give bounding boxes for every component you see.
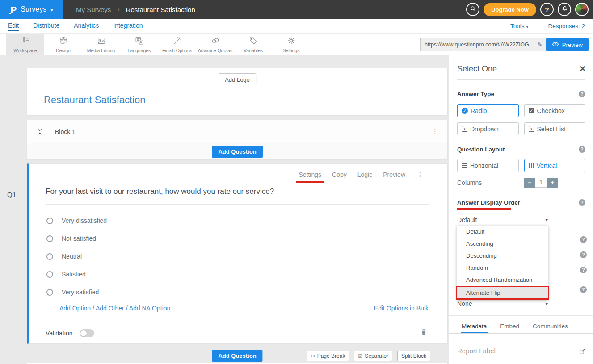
radio-icon[interactable] (46, 271, 53, 278)
radio-icon[interactable] (46, 235, 53, 242)
option-label[interactable]: Very satisfied (62, 289, 99, 296)
layout-vertical[interactable]: Vertical (524, 159, 586, 172)
tool-languages[interactable]: Languages (120, 34, 158, 55)
page-break-button[interactable]: ✂ Page Break (307, 351, 349, 361)
collapse-block-icon[interactable] (36, 128, 43, 135)
survey-title[interactable]: Restaurant Satisfaction (44, 94, 145, 106)
edit-options-in-bulk-link[interactable]: Edit Options in Bulk (374, 305, 429, 312)
add-other-link[interactable]: Add Other (96, 305, 124, 312)
tab-embed[interactable]: Embed (499, 320, 520, 333)
option-label[interactable]: Neutral (62, 253, 82, 260)
question-menu-icon[interactable]: ⋮ (417, 172, 423, 178)
link-separator: / (93, 305, 94, 312)
menu-item-descending[interactable]: Descending (457, 250, 548, 262)
plus-button[interactable]: + (547, 178, 558, 188)
divider (29, 323, 447, 323)
tool-settings[interactable]: Settings (272, 34, 310, 55)
delete-question-button[interactable] (420, 327, 428, 338)
question-text[interactable]: For your last visit to our restaurant, h… (46, 187, 274, 196)
help-icon[interactable]: ? (579, 146, 585, 153)
add-question-button-top[interactable]: Add Question (212, 146, 262, 158)
tab-edit[interactable]: Edit (8, 22, 19, 31)
expand-icon[interactable] (579, 348, 586, 356)
columns-input[interactable] (535, 178, 547, 188)
add-question-button-bottom[interactable]: Add Question (212, 350, 262, 362)
block-name[interactable]: Block 1 (55, 128, 76, 135)
search-button[interactable] (466, 3, 479, 16)
answer-type-dropdown[interactable]: ▾ Dropdown (457, 122, 519, 135)
validation-toggle[interactable] (80, 329, 94, 337)
option-label[interactable]: Very dissatisfied (62, 217, 107, 224)
help-button[interactable]: ? (540, 3, 554, 16)
tool-workspace[interactable]: Workspace (6, 34, 44, 55)
tab-integration[interactable]: Integration (113, 22, 143, 31)
horizontal-lines-icon (462, 163, 467, 168)
radio-selected-icon: ✓ (462, 108, 468, 114)
radio-icon[interactable] (46, 218, 53, 224)
help-icon[interactable]: ? (580, 251, 587, 258)
notifications-button[interactable] (558, 3, 571, 16)
workspace-icon (21, 36, 30, 46)
answer-type-select-list[interactable]: ▾ Select List (524, 122, 586, 135)
option-label[interactable]: Not satisfied (62, 235, 96, 242)
tab-analytics[interactable]: Analytics (74, 22, 99, 31)
answer-display-order-select[interactable]: Default ▾ (457, 216, 548, 226)
tab-metadata[interactable]: Metadata (461, 320, 488, 333)
topbar-actions: Upgrade Now ? (466, 3, 593, 16)
connector-dash (302, 356, 307, 356)
tools-menu[interactable]: Tools▾ (510, 23, 529, 29)
question-tab-preview[interactable]: Preview (383, 171, 405, 178)
chain-links-icon (210, 36, 220, 46)
edit-url-pencil-icon[interactable]: ✎ (537, 41, 543, 48)
option-label[interactable]: Satisfied (62, 271, 86, 278)
tab-communities[interactable]: Communities (532, 320, 569, 333)
secondary-select[interactable]: None ▾ (457, 300, 548, 307)
chevron-down-icon: ▾ (526, 24, 528, 29)
help-icon[interactable]: ? (580, 286, 587, 293)
avatar[interactable] (575, 3, 589, 16)
surveys-product-menu[interactable]: P Surveys ▾ (0, 0, 63, 19)
help-icon[interactable]: ? (579, 91, 585, 97)
tool-media-library[interactable]: Media Library (82, 34, 120, 55)
menu-item-default[interactable]: Default (457, 226, 548, 238)
layout-horizontal[interactable]: Horizontal (457, 159, 519, 172)
menu-item-random[interactable]: Random (457, 262, 548, 274)
question-card: Settings Copy Logic Preview ⋮ For your l… (27, 163, 448, 344)
separator-button[interactable]: ☑ Separator (354, 351, 392, 361)
chevron-down-icon: ▾ (50, 7, 53, 13)
add-na-option-link[interactable]: Add NA Option (129, 305, 171, 312)
add-logo-button[interactable]: Add Logo (219, 73, 256, 86)
breadcrumb-arrow-icon: › (117, 5, 119, 13)
responses-count[interactable]: Responses: 2 (548, 23, 585, 29)
preview-button[interactable]: Preview (546, 38, 589, 51)
help-icon[interactable]: ? (580, 236, 587, 243)
question-tab-logic[interactable]: Logic (357, 171, 372, 178)
tool-finish-options[interactable]: Finish Options (158, 34, 196, 55)
menu-item-alternate-flip[interactable]: Alternate Flip (456, 286, 549, 300)
answer-type-radio[interactable]: ✓ Radio (457, 104, 519, 117)
survey-url-input[interactable] (425, 42, 534, 48)
upgrade-now-button[interactable]: Upgrade Now (484, 3, 536, 16)
help-icon[interactable]: ? (580, 267, 587, 273)
menu-item-ascending[interactable]: Ascending (457, 238, 548, 250)
minus-button[interactable]: − (524, 178, 535, 188)
split-block-button[interactable]: Split Block (397, 351, 430, 361)
radio-icon[interactable] (46, 253, 53, 260)
question-tab-settings[interactable]: Settings (299, 171, 321, 178)
tab-distribute[interactable]: Distribute (33, 22, 59, 31)
tool-advance-quotas[interactable]: Advance Quotas (196, 34, 234, 55)
add-option-link[interactable]: Add Option (59, 305, 91, 312)
menu-item-advanced-randomization[interactable]: Advanced Randomization (457, 274, 548, 286)
question-tab-copy[interactable]: Copy (332, 171, 347, 178)
close-icon[interactable]: × (580, 64, 585, 74)
help-icon[interactable]: ? (579, 199, 585, 206)
block-menu-icon[interactable]: ⋮ (432, 128, 438, 135)
help-icon: ? (545, 6, 549, 13)
report-label-input[interactable] (457, 346, 570, 356)
tool-design[interactable]: Design (44, 34, 82, 55)
work-area: Q1 Add Logo Restaurant Satisfaction Bloc… (0, 55, 593, 364)
breadcrumb-my-surveys[interactable]: My Surveys (76, 6, 111, 13)
answer-type-checkbox[interactable]: ✓ Checkbox (524, 104, 586, 117)
radio-icon[interactable] (46, 289, 53, 296)
tool-variables[interactable]: Variables (234, 34, 272, 55)
